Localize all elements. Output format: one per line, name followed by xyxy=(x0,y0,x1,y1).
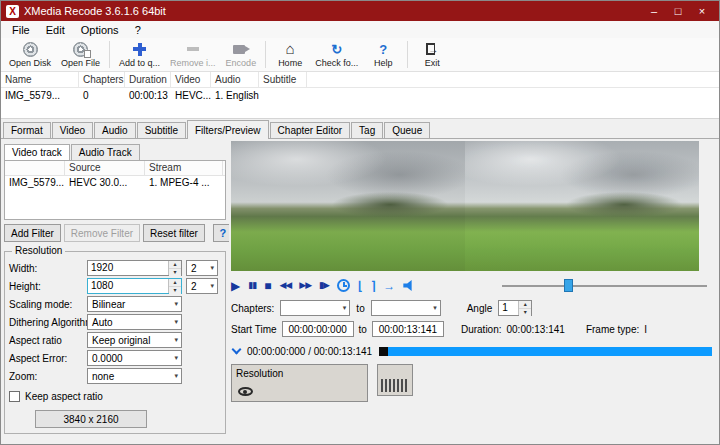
tab-tag[interactable]: Tag xyxy=(351,122,383,138)
filter-chain: Resolution xyxy=(231,364,715,402)
seek-handle[interactable] xyxy=(379,347,388,356)
start-time-input[interactable]: 00:00:00:000 xyxy=(282,321,354,337)
column-header-audio[interactable]: Audio xyxy=(211,72,259,87)
disc-file-icon xyxy=(73,41,88,57)
angle-spin-buttons[interactable]: ▴▾ xyxy=(518,301,531,315)
menu-file[interactable]: File xyxy=(4,23,38,37)
filters-panel: Video track Audio Track Source Stream IM… xyxy=(1,139,229,445)
close-button[interactable]: × xyxy=(690,1,714,21)
toolbar: Open Disk Open File Add to q... Remove i… xyxy=(1,38,719,72)
set-start-marker-button[interactable]: ⌊ xyxy=(358,280,363,292)
tab-audio-track[interactable]: Audio Track xyxy=(71,144,140,160)
remove-filter-button[interactable]: Remove Filter xyxy=(64,224,140,242)
width-factor-select[interactable]: 2▾ xyxy=(186,260,218,276)
tab-chapter-editor[interactable]: Chapter Editor xyxy=(270,122,350,138)
reset-filter-button[interactable]: Reset filter xyxy=(143,224,205,242)
column-header-video[interactable]: Video xyxy=(171,72,211,87)
chapters-row: Chapters: ▾ to ▾ Angle 1 ▴▾ xyxy=(231,299,715,317)
stop-button[interactable]: ■ xyxy=(264,280,271,292)
table-row[interactable]: IMG_5579... 0 00:00:13 HEVC... 1. Englis… xyxy=(1,88,719,103)
chapter-to-select[interactable]: ▾ xyxy=(371,300,441,316)
source-resolution-button[interactable]: 3840 x 2160 xyxy=(35,410,147,428)
dithering-label: Dithering Algorithm xyxy=(9,317,87,328)
height-label: Height: xyxy=(9,281,87,292)
chapter-from-select[interactable]: ▾ xyxy=(280,300,350,316)
checkbox-label: Keep aspect ratio xyxy=(25,391,103,402)
height-input[interactable]: 1080 ▴▾ xyxy=(87,278,182,294)
add-filter-button[interactable]: Add Filter xyxy=(4,224,61,242)
column-header-name[interactable]: Name xyxy=(1,72,79,87)
tab-queue[interactable]: Queue xyxy=(384,122,430,138)
table-row[interactable]: IMG_5579... HEVC 30.0... 1. MPEG-4 ... xyxy=(5,176,225,190)
filter-chip-resolution[interactable]: Resolution xyxy=(231,364,368,402)
add-to-queue-button[interactable]: Add to q... xyxy=(114,39,165,71)
slider-handle[interactable] xyxy=(564,279,573,292)
maximize-button[interactable]: □ xyxy=(666,1,690,21)
width-spin-buttons[interactable]: ▴▾ xyxy=(168,261,181,275)
home-icon: ⌂ xyxy=(286,41,295,57)
width-input[interactable]: 1920 ▴▾ xyxy=(87,260,182,276)
play-button[interactable]: ▶ xyxy=(231,280,240,292)
open-disk-button[interactable]: Open Disk xyxy=(4,39,56,71)
frame-type-value: I xyxy=(644,324,647,335)
goto-marker-button[interactable]: → xyxy=(383,280,395,292)
end-time-input[interactable]: 00:00:13:141 xyxy=(372,321,444,337)
checkbox-box[interactable] xyxy=(9,391,20,402)
zoom-select[interactable]: none▾ xyxy=(87,368,182,384)
remove-item-button[interactable]: Remove i... xyxy=(165,39,221,71)
exit-button[interactable]: → Exit xyxy=(412,39,452,71)
volume-slider[interactable] xyxy=(502,279,707,292)
volume-icon[interactable] xyxy=(403,280,416,291)
tab-filters-preview[interactable]: Filters/Preview xyxy=(187,120,269,139)
scaling-mode-select[interactable]: Bilinear▾ xyxy=(87,296,182,312)
prev-frame-button[interactable]: ◀◀ xyxy=(279,281,291,290)
pause-button[interactable]: ▮▮ xyxy=(248,281,256,290)
encode-button[interactable]: Encode xyxy=(221,39,262,71)
column-header-stream[interactable]: Stream xyxy=(145,161,223,175)
set-end-marker-button[interactable]: ⌉ xyxy=(371,280,376,292)
frame-type-label: Frame type: xyxy=(586,324,639,335)
menu-edit[interactable]: Edit xyxy=(38,23,73,37)
keep-aspect-ratio-checkbox[interactable]: Keep aspect ratio xyxy=(9,389,221,403)
step-forward-button[interactable]: ▮▶ xyxy=(319,281,329,290)
angle-input[interactable]: 1 ▴▾ xyxy=(498,300,532,316)
eye-icon[interactable] xyxy=(238,387,253,396)
tab-video-track[interactable]: Video track xyxy=(4,144,70,160)
menubar: File Edit Options ? xyxy=(1,21,719,38)
duration-value: 00:00:13:141 xyxy=(507,324,565,335)
height-spin-buttons[interactable]: ▴▾ xyxy=(168,279,181,293)
filter-chip-placeholder[interactable] xyxy=(377,364,413,396)
help-button[interactable]: ? Help xyxy=(363,39,403,71)
menu-options[interactable]: Options xyxy=(73,23,127,37)
dithering-select[interactable]: Auto▾ xyxy=(87,314,182,330)
check-for-updates-button[interactable]: ↻ Check fo... xyxy=(310,39,363,71)
camera-icon xyxy=(233,41,249,57)
column-header-blank[interactable] xyxy=(5,161,65,175)
timecode-label: 00:00:00:000 / 00:00:13:141 xyxy=(247,346,372,357)
start-time-label: Start Time xyxy=(231,324,277,335)
aspect-error-select[interactable]: 0.0000▾ xyxy=(87,350,182,366)
home-button[interactable]: ⌂ Home xyxy=(270,39,310,71)
tab-format[interactable]: Format xyxy=(3,122,51,138)
next-frame-button[interactable]: ▶▶ xyxy=(299,281,311,290)
filter-help-button[interactable]: ? xyxy=(213,224,229,242)
tab-audio[interactable]: Audio xyxy=(94,122,136,138)
column-header-source[interactable]: Source xyxy=(65,161,145,175)
height-factor-select[interactable]: 2▾ xyxy=(186,278,218,294)
chevron-down-icon[interactable] xyxy=(232,345,242,355)
column-header-chapters[interactable]: Chapters xyxy=(79,72,125,87)
column-header-duration[interactable]: Duration xyxy=(125,72,171,87)
aspect-ratio-select[interactable]: Keep original▾ xyxy=(87,332,182,348)
track-tabbar: Video track Audio Track xyxy=(4,143,226,160)
spin-up-icon: ▴ xyxy=(519,301,531,309)
clock-icon[interactable] xyxy=(337,279,350,292)
chevron-down-icon: ▾ xyxy=(210,282,214,290)
tab-subtitle[interactable]: Subtitle xyxy=(137,122,186,138)
menu-help[interactable]: ? xyxy=(127,23,149,37)
seek-bar[interactable] xyxy=(379,347,712,356)
chevron-down-icon: ▾ xyxy=(174,300,178,308)
open-file-button[interactable]: Open File xyxy=(56,39,105,71)
tab-video[interactable]: Video xyxy=(52,122,93,138)
column-header-subtitle[interactable]: Subtitle xyxy=(259,72,307,87)
minimize-button[interactable]: – xyxy=(642,1,666,21)
